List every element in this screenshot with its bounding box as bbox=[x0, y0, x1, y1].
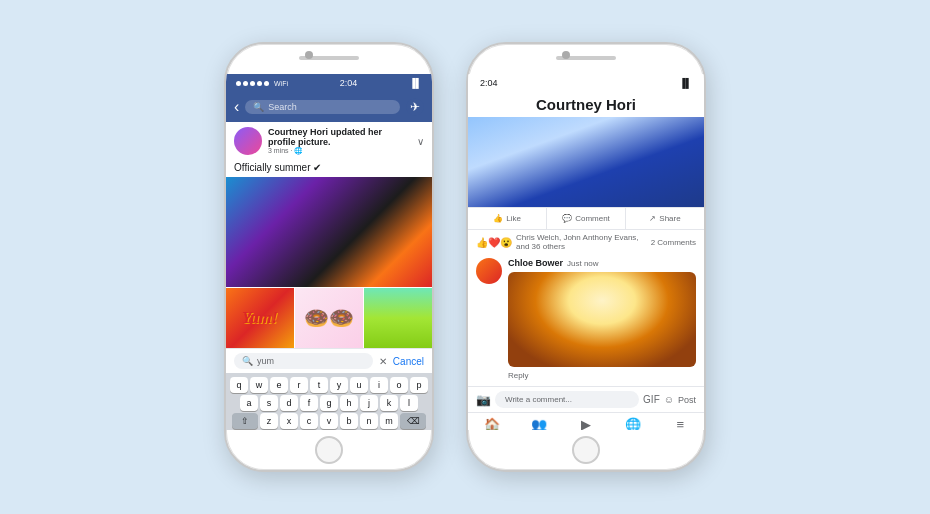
key-shift[interactable]: ⇧ bbox=[232, 413, 258, 429]
key-f[interactable]: f bbox=[300, 395, 318, 411]
post-comment-button[interactable]: Post bbox=[678, 395, 696, 405]
post-caption: Officially summer ✔ bbox=[226, 160, 432, 177]
signal-dot bbox=[257, 81, 262, 86]
comment-photo-content bbox=[508, 272, 696, 367]
gif-search-query: yum bbox=[257, 356, 274, 366]
comment-icons: GIF ☺ Post bbox=[643, 394, 696, 405]
keyboard-row-1: q w e r t y u i o p bbox=[228, 377, 430, 393]
thumb-yum[interactable]: Yum! bbox=[226, 288, 294, 348]
key-b[interactable]: b bbox=[340, 413, 358, 429]
key-c[interactable]: c bbox=[300, 413, 318, 429]
keyboard-row-2: a s d f g h j k l bbox=[228, 395, 430, 411]
right-battery-icon: ▐▌ bbox=[679, 78, 692, 88]
profile-name: Courtney Hori bbox=[468, 92, 704, 117]
nav-watch[interactable]: ▶ bbox=[562, 417, 609, 430]
thumb-donuts[interactable]: 🍩🍩 bbox=[295, 288, 363, 348]
avatar bbox=[234, 127, 262, 155]
back-button[interactable]: ‹ bbox=[234, 98, 239, 116]
post-caption-text: Officially summer ✔ bbox=[234, 162, 321, 173]
nav-globe[interactable]: 🌐 bbox=[610, 417, 657, 430]
key-a[interactable]: a bbox=[240, 395, 258, 411]
like-icon: 👍 bbox=[493, 214, 503, 223]
right-status-bar: 2:04 ▐▌ bbox=[468, 74, 704, 92]
key-m[interactable]: m bbox=[380, 413, 398, 429]
key-d[interactable]: d bbox=[280, 395, 298, 411]
main-photo[interactable] bbox=[226, 177, 432, 287]
facebook-nav-bar: ‹ 🔍 Search ✈ bbox=[226, 92, 432, 122]
donut-emoji: 🍩🍩 bbox=[304, 306, 354, 330]
signal-dot bbox=[250, 81, 255, 86]
key-k[interactable]: k bbox=[380, 395, 398, 411]
comment-button[interactable]: 💬 Comment bbox=[547, 208, 626, 229]
like-button[interactable]: 👍 Like bbox=[468, 208, 547, 229]
photo-grid: Yum! 🍩🍩 bbox=[226, 177, 432, 348]
camera-icon[interactable]: 📷 bbox=[476, 393, 491, 407]
signal-bars: WiFi bbox=[236, 80, 288, 87]
phone-camera bbox=[305, 51, 313, 59]
reactors-text: Chris Welch, John Anthony Evans, and 36 … bbox=[516, 233, 651, 251]
home-button[interactable] bbox=[315, 436, 343, 464]
thumb-kid[interactable] bbox=[364, 288, 432, 348]
comment-content: Chloe Bower Just now Reply bbox=[508, 258, 696, 382]
gif-search-input[interactable]: 🔍 yum bbox=[234, 353, 373, 369]
status-time: 2:04 bbox=[340, 78, 358, 88]
key-s[interactable]: s bbox=[260, 395, 278, 411]
key-z[interactable]: z bbox=[260, 413, 278, 429]
key-n[interactable]: n bbox=[360, 413, 378, 429]
search-placeholder: Search bbox=[268, 102, 297, 112]
keyboard: q w e r t y u i o p a s d f g h bbox=[226, 373, 432, 430]
key-r[interactable]: r bbox=[290, 377, 308, 393]
clear-search-button[interactable]: ✕ bbox=[379, 356, 387, 367]
main-photo-image bbox=[226, 177, 432, 287]
post-more-icon[interactable]: ∨ bbox=[417, 136, 424, 147]
gif-search-bar: 🔍 yum ✕ Cancel bbox=[226, 348, 432, 373]
key-p[interactable]: p bbox=[410, 377, 428, 393]
comment-input-row: 📷 Write a comment... GIF ☺ Post bbox=[468, 386, 704, 412]
share-icon: ↗ bbox=[649, 214, 656, 223]
signal-dot bbox=[264, 81, 269, 86]
key-t[interactable]: t bbox=[310, 377, 328, 393]
key-y[interactable]: y bbox=[330, 377, 348, 393]
comment-header: Chloe Bower Just now bbox=[508, 258, 696, 268]
key-o[interactable]: o bbox=[390, 377, 408, 393]
right-status-time: 2:04 bbox=[480, 78, 498, 88]
key-q[interactable]: q bbox=[230, 377, 248, 393]
comment-photo-bg bbox=[508, 272, 696, 367]
key-delete[interactable]: ⌫ bbox=[400, 413, 426, 429]
key-w[interactable]: w bbox=[250, 377, 268, 393]
reaction-icons: 👍 ❤️ 😮 bbox=[476, 237, 512, 248]
key-j[interactable]: j bbox=[360, 395, 378, 411]
emoji-button[interactable]: ☺ bbox=[664, 394, 674, 405]
key-h[interactable]: h bbox=[340, 395, 358, 411]
profile-image-bg bbox=[468, 117, 704, 207]
nav-home[interactable]: 🏠 bbox=[468, 417, 515, 430]
commenter-name: Chloe Bower bbox=[508, 258, 563, 268]
messenger-icon: ✈ bbox=[410, 100, 420, 114]
gif-button[interactable]: GIF bbox=[643, 394, 660, 405]
yum-text: Yum! bbox=[242, 309, 278, 327]
key-v[interactable]: v bbox=[320, 413, 338, 429]
key-g[interactable]: g bbox=[320, 395, 338, 411]
signal-dot bbox=[243, 81, 248, 86]
key-l[interactable]: l bbox=[400, 395, 418, 411]
heart-reaction: ❤️ bbox=[488, 237, 500, 248]
post-user-info: Courtney Hori updated her profile pictur… bbox=[268, 127, 411, 155]
key-e[interactable]: e bbox=[270, 377, 288, 393]
comment-row: Chloe Bower Just now Reply bbox=[476, 258, 696, 382]
key-x[interactable]: x bbox=[280, 413, 298, 429]
key-u[interactable]: u bbox=[350, 377, 368, 393]
home-button-right[interactable] bbox=[572, 436, 600, 464]
nav-menu[interactable]: ≡ bbox=[657, 417, 704, 430]
nav-friends[interactable]: 👥 bbox=[515, 417, 562, 430]
comment-input[interactable]: Write a comment... bbox=[495, 391, 639, 408]
signal-dot bbox=[236, 81, 241, 86]
reply-link[interactable]: Reply bbox=[508, 367, 696, 382]
comment-section: Chloe Bower Just now Reply bbox=[468, 254, 704, 386]
messenger-button[interactable]: ✈ bbox=[406, 98, 424, 116]
cancel-search-button[interactable]: Cancel bbox=[393, 356, 424, 367]
search-bar[interactable]: 🔍 Search bbox=[245, 100, 400, 114]
commenter-avatar bbox=[476, 258, 502, 284]
reactions-bar: 👍 ❤️ 😮 Chris Welch, John Anthony Evans, … bbox=[468, 230, 704, 254]
key-i[interactable]: i bbox=[370, 377, 388, 393]
share-button[interactable]: ↗ Share bbox=[626, 208, 704, 229]
